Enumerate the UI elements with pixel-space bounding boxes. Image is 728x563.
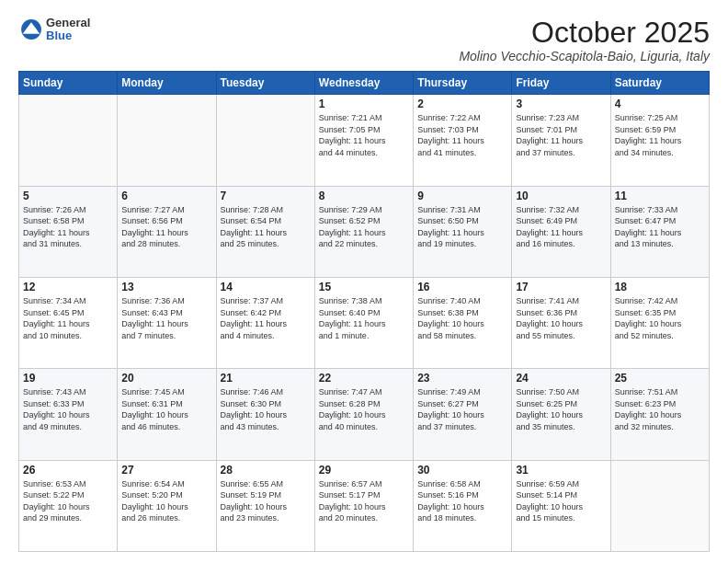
day-info: Sunrise: 7:38 AMSunset: 6:40 PMDaylight:… xyxy=(319,295,409,341)
col-wednesday: Wednesday xyxy=(314,72,413,95)
table-row: 14Sunrise: 7:37 AMSunset: 6:42 PMDayligh… xyxy=(216,277,314,368)
day-number: 31 xyxy=(516,464,606,477)
day-number: 29 xyxy=(319,464,409,477)
col-saturday: Saturday xyxy=(610,72,709,95)
day-number: 3 xyxy=(516,98,606,110)
day-info: Sunrise: 6:54 AMSunset: 5:20 PMDaylight:… xyxy=(121,478,211,524)
table-row: 17Sunrise: 7:41 AMSunset: 6:36 PMDayligh… xyxy=(512,277,610,368)
day-info: Sunrise: 7:33 AMSunset: 6:47 PMDaylight:… xyxy=(615,204,705,250)
day-number: 20 xyxy=(121,372,211,385)
day-number: 18 xyxy=(615,281,705,293)
day-number: 6 xyxy=(121,190,211,202)
day-number: 5 xyxy=(23,190,113,202)
day-number: 10 xyxy=(516,190,606,202)
day-info: Sunrise: 7:36 AMSunset: 6:43 PMDaylight:… xyxy=(121,295,211,341)
calendar-week-row: 12Sunrise: 7:34 AMSunset: 6:45 PMDayligh… xyxy=(19,277,710,368)
table-row: 7Sunrise: 7:28 AMSunset: 6:54 PMDaylight… xyxy=(216,186,314,277)
day-number: 14 xyxy=(221,281,311,293)
day-number: 21 xyxy=(221,372,311,385)
day-number: 7 xyxy=(221,190,311,202)
day-info: Sunrise: 7:42 AMSunset: 6:35 PMDaylight:… xyxy=(615,295,705,341)
calendar-week-row: 5Sunrise: 7:26 AMSunset: 6:58 PMDaylight… xyxy=(19,186,710,277)
table-row: 16Sunrise: 7:40 AMSunset: 6:38 PMDayligh… xyxy=(414,277,512,368)
table-row xyxy=(19,95,118,186)
table-row: 31Sunrise: 6:59 AMSunset: 5:14 PMDayligh… xyxy=(512,460,610,551)
title-block: October 2025 Molino Vecchio-Scapitola-Ba… xyxy=(459,17,710,63)
day-info: Sunrise: 7:51 AMSunset: 6:23 PMDaylight:… xyxy=(615,386,705,432)
day-info: Sunrise: 7:29 AMSunset: 6:52 PMDaylight:… xyxy=(319,204,409,250)
calendar-week-row: 1Sunrise: 7:21 AMSunset: 7:05 PMDaylight… xyxy=(19,95,710,186)
day-info: Sunrise: 6:53 AMSunset: 5:22 PMDaylight:… xyxy=(23,478,113,524)
day-info: Sunrise: 7:37 AMSunset: 6:42 PMDaylight:… xyxy=(221,295,311,341)
day-info: Sunrise: 7:26 AMSunset: 6:58 PMDaylight:… xyxy=(23,204,113,250)
day-number: 28 xyxy=(221,464,311,477)
day-info: Sunrise: 7:25 AMSunset: 6:59 PMDaylight:… xyxy=(615,112,705,158)
day-info: Sunrise: 7:22 AMSunset: 7:03 PMDaylight:… xyxy=(417,112,507,158)
table-row: 10Sunrise: 7:32 AMSunset: 6:49 PMDayligh… xyxy=(512,186,610,277)
table-row: 12Sunrise: 7:34 AMSunset: 6:45 PMDayligh… xyxy=(19,277,118,368)
table-row xyxy=(610,460,709,551)
day-info: Sunrise: 7:31 AMSunset: 6:50 PMDaylight:… xyxy=(417,204,507,250)
day-number: 22 xyxy=(319,372,409,385)
table-row: 15Sunrise: 7:38 AMSunset: 6:40 PMDayligh… xyxy=(314,277,413,368)
day-info: Sunrise: 6:58 AMSunset: 5:16 PMDaylight:… xyxy=(417,478,507,524)
table-row: 28Sunrise: 6:55 AMSunset: 5:19 PMDayligh… xyxy=(216,460,314,551)
col-tuesday: Tuesday xyxy=(216,72,314,95)
day-info: Sunrise: 7:40 AMSunset: 6:38 PMDaylight:… xyxy=(417,295,507,341)
calendar-header-row: Sunday Monday Tuesday Wednesday Thursday… xyxy=(19,72,710,95)
day-number: 15 xyxy=(319,281,409,293)
table-row: 22Sunrise: 7:47 AMSunset: 6:28 PMDayligh… xyxy=(314,369,413,460)
day-number: 26 xyxy=(23,464,113,477)
logo-text: General Blue xyxy=(46,17,90,43)
day-info: Sunrise: 6:55 AMSunset: 5:19 PMDaylight:… xyxy=(221,478,311,524)
day-info: Sunrise: 7:27 AMSunset: 6:56 PMDaylight:… xyxy=(121,204,211,250)
day-number: 19 xyxy=(23,372,113,385)
logo: General Blue xyxy=(18,17,90,43)
table-row: 23Sunrise: 7:49 AMSunset: 6:27 PMDayligh… xyxy=(414,369,512,460)
day-number: 2 xyxy=(417,98,507,110)
day-number: 9 xyxy=(417,190,507,202)
calendar-page: General Blue October 2025 Molino Vecchio… xyxy=(0,0,728,563)
location-title: Molino Vecchio-Scapitola-Baio, Liguria, … xyxy=(459,49,710,63)
day-info: Sunrise: 6:57 AMSunset: 5:17 PMDaylight:… xyxy=(319,478,409,524)
day-number: 16 xyxy=(417,281,507,293)
month-title: October 2025 xyxy=(459,17,710,49)
day-info: Sunrise: 7:23 AMSunset: 7:01 PMDaylight:… xyxy=(516,112,606,158)
day-info: Sunrise: 7:28 AMSunset: 6:54 PMDaylight:… xyxy=(221,204,311,250)
calendar-table: Sunday Monday Tuesday Wednesday Thursday… xyxy=(18,71,710,552)
day-number: 30 xyxy=(417,464,507,477)
day-info: Sunrise: 7:41 AMSunset: 6:36 PMDaylight:… xyxy=(516,295,606,341)
table-row: 1Sunrise: 7:21 AMSunset: 7:05 PMDaylight… xyxy=(314,95,413,186)
svg-rect-2 xyxy=(26,31,37,33)
day-number: 1 xyxy=(319,98,409,110)
calendar-week-row: 19Sunrise: 7:43 AMSunset: 6:33 PMDayligh… xyxy=(19,369,710,460)
table-row: 11Sunrise: 7:33 AMSunset: 6:47 PMDayligh… xyxy=(610,186,709,277)
table-row: 3Sunrise: 7:23 AMSunset: 7:01 PMDaylight… xyxy=(512,95,610,186)
table-row: 24Sunrise: 7:50 AMSunset: 6:25 PMDayligh… xyxy=(512,369,610,460)
day-info: Sunrise: 7:46 AMSunset: 6:30 PMDaylight:… xyxy=(221,386,311,432)
day-number: 25 xyxy=(615,372,705,385)
table-row: 6Sunrise: 7:27 AMSunset: 6:56 PMDaylight… xyxy=(118,186,216,277)
day-number: 4 xyxy=(615,98,705,110)
table-row: 29Sunrise: 6:57 AMSunset: 5:17 PMDayligh… xyxy=(314,460,413,551)
logo-icon xyxy=(18,17,44,42)
table-row: 20Sunrise: 7:45 AMSunset: 6:31 PMDayligh… xyxy=(118,369,216,460)
table-row: 5Sunrise: 7:26 AMSunset: 6:58 PMDaylight… xyxy=(19,186,118,277)
day-number: 17 xyxy=(516,281,606,293)
table-row: 30Sunrise: 6:58 AMSunset: 5:16 PMDayligh… xyxy=(414,460,512,551)
calendar-week-row: 26Sunrise: 6:53 AMSunset: 5:22 PMDayligh… xyxy=(19,460,710,551)
day-info: Sunrise: 7:34 AMSunset: 6:45 PMDaylight:… xyxy=(23,295,113,341)
day-info: Sunrise: 7:21 AMSunset: 7:05 PMDaylight:… xyxy=(319,112,409,158)
table-row: 18Sunrise: 7:42 AMSunset: 6:35 PMDayligh… xyxy=(610,277,709,368)
table-row: 19Sunrise: 7:43 AMSunset: 6:33 PMDayligh… xyxy=(19,369,118,460)
day-info: Sunrise: 7:49 AMSunset: 6:27 PMDaylight:… xyxy=(417,386,507,432)
day-info: Sunrise: 6:59 AMSunset: 5:14 PMDaylight:… xyxy=(516,478,606,524)
col-friday: Friday xyxy=(512,72,610,95)
table-row: 13Sunrise: 7:36 AMSunset: 6:43 PMDayligh… xyxy=(118,277,216,368)
col-sunday: Sunday xyxy=(19,72,118,95)
table-row: 21Sunrise: 7:46 AMSunset: 6:30 PMDayligh… xyxy=(216,369,314,460)
table-row xyxy=(216,95,314,186)
table-row: 27Sunrise: 6:54 AMSunset: 5:20 PMDayligh… xyxy=(118,460,216,551)
day-number: 27 xyxy=(121,464,211,477)
table-row: 8Sunrise: 7:29 AMSunset: 6:52 PMDaylight… xyxy=(314,186,413,277)
